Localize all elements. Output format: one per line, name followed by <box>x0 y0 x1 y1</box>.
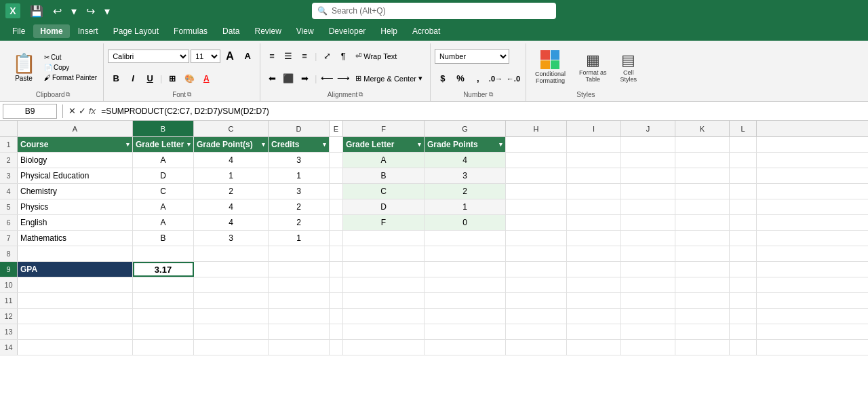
cell-l4[interactable] <box>730 184 757 199</box>
cell-k2[interactable] <box>675 153 730 168</box>
cell-h6[interactable] <box>506 215 567 230</box>
font-size-selector[interactable]: 11 <box>191 50 220 63</box>
col-header-d[interactable]: D <box>269 121 330 136</box>
comma-button[interactable]: , <box>470 71 486 86</box>
cell-j8[interactable] <box>621 246 675 261</box>
cell-i3[interactable] <box>567 168 621 183</box>
cell-d6[interactable]: 2 <box>269 215 330 230</box>
row-num-2[interactable]: 2 <box>0 153 18 168</box>
cell-d9[interactable] <box>269 262 330 277</box>
cell-l9[interactable] <box>730 262 757 277</box>
menu-item-help[interactable]: Help <box>374 24 404 38</box>
cell-b3[interactable]: D <box>133 168 194 183</box>
cell-k8[interactable] <box>675 246 730 261</box>
align-top-center[interactable]: ☰ <box>281 50 296 63</box>
cell-l8[interactable] <box>730 246 757 261</box>
cell-c4[interactable]: 2 <box>194 184 269 199</box>
cell-g1[interactable]: Grade Points ▾ <box>425 137 506 152</box>
cell-l7[interactable] <box>730 231 757 246</box>
cell-k6[interactable] <box>675 215 730 230</box>
wrap-text-button[interactable]: ⏎ Wrap Text <box>352 50 400 62</box>
cell-b1[interactable]: Grade Letter ▾ <box>133 137 194 152</box>
cell-g9[interactable] <box>425 262 506 277</box>
menu-item-developer[interactable]: Developer <box>322 24 373 38</box>
col-header-f[interactable]: F <box>343 121 425 136</box>
undo-dropdown[interactable]: ▾ <box>68 3 79 19</box>
copy-button[interactable]: 📄Copy <box>42 63 99 72</box>
cell-i6[interactable] <box>567 215 621 230</box>
cell-b7[interactable]: B <box>133 231 194 246</box>
dropdown-arrow-f1[interactable]: ▾ <box>418 141 421 148</box>
cell-c7[interactable]: 3 <box>194 231 269 246</box>
decrease-indent[interactable]: ⟵ <box>319 72 334 85</box>
cell-i4[interactable] <box>567 184 621 199</box>
cell-h1[interactable] <box>506 137 567 152</box>
cut-button[interactable]: ✂Cut <box>42 53 99 62</box>
indent-button[interactable]: ¶ <box>336 50 351 63</box>
menu-item-home[interactable]: Home <box>33 24 69 38</box>
decrease-decimal[interactable]: ←.0 <box>505 71 521 86</box>
cell-i7[interactable] <box>567 231 621 246</box>
cell-c6[interactable]: 4 <box>194 215 269 230</box>
cell-g8[interactable] <box>425 246 506 261</box>
cell-a6[interactable]: English <box>18 215 133 230</box>
dropdown-arrow-c1[interactable]: ▾ <box>262 141 265 148</box>
formula-input[interactable] <box>98 104 865 119</box>
cell-b4[interactable]: C <box>133 184 194 199</box>
merge-center-button[interactable]: ⊞ Merge & Center ▾ <box>352 72 426 85</box>
cell-f4[interactable]: C <box>343 184 425 199</box>
cell-e6[interactable] <box>330 215 343 230</box>
cell-e4[interactable] <box>330 184 343 199</box>
row-num-8[interactable]: 8 <box>0 246 18 261</box>
cell-i9[interactable] <box>567 262 621 277</box>
menu-item-file[interactable]: File <box>5 24 32 38</box>
row-num-13[interactable]: 13 <box>0 324 18 339</box>
col-header-b[interactable]: B <box>133 121 194 136</box>
cell-reference-input[interactable] <box>3 104 57 119</box>
cell-h9[interactable] <box>506 262 567 277</box>
cell-styles-button[interactable]: ▤ CellStyles <box>615 45 642 90</box>
cell-a8[interactable] <box>18 246 133 261</box>
col-header-l[interactable]: L <box>730 121 757 136</box>
menu-item-acrobat[interactable]: Acrobat <box>406 24 447 38</box>
cell-i1[interactable] <box>567 137 621 152</box>
cell-f7[interactable] <box>343 231 425 246</box>
cell-b8[interactable] <box>133 246 194 261</box>
cell-e7[interactable] <box>330 231 343 246</box>
cell-k3[interactable] <box>675 168 730 183</box>
row-num-7[interactable]: 7 <box>0 231 18 246</box>
cell-a1[interactable]: Course ▾ <box>18 137 133 152</box>
format-as-table-button[interactable]: ▦ Format asTable <box>574 45 612 90</box>
cell-i5[interactable] <box>567 199 621 214</box>
dropdown-arrow-d1[interactable]: ▾ <box>323 141 326 148</box>
cell-d7[interactable]: 1 <box>269 231 330 246</box>
cancel-icon[interactable]: ✕ <box>68 106 76 116</box>
col-header-j[interactable]: J <box>621 121 675 136</box>
col-header-c[interactable]: C <box>194 121 269 136</box>
currency-button[interactable]: $ <box>435 71 451 86</box>
cell-c5[interactable]: 4 <box>194 199 269 214</box>
shrink-font-button[interactable]: A <box>239 49 256 64</box>
cell-f8[interactable] <box>343 246 425 261</box>
col-header-a[interactable]: A <box>18 121 133 136</box>
col-header-e[interactable]: E <box>330 121 343 136</box>
cell-a7[interactable]: Mathematics <box>18 231 133 246</box>
row-num-1[interactable]: 1 <box>0 137 18 152</box>
undo-button[interactable]: ↩ <box>50 3 64 19</box>
col-header-g[interactable]: G <box>425 121 506 136</box>
menu-item-review[interactable]: Review <box>248 24 288 38</box>
font-selector[interactable]: Calibri <box>108 50 189 63</box>
cell-b2[interactable]: A <box>133 153 194 168</box>
paste-button[interactable]: 📋 Paste <box>7 45 41 90</box>
save-button[interactable]: 💾 <box>27 3 46 19</box>
cell-g7[interactable] <box>425 231 506 246</box>
cell-a9[interactable]: GPA <box>18 262 133 277</box>
increase-decimal[interactable]: .0→ <box>488 71 504 86</box>
menu-item-data[interactable]: Data <box>216 24 246 38</box>
cell-g6[interactable]: 0 <box>425 215 506 230</box>
menu-item-formulas[interactable]: Formulas <box>167 24 214 38</box>
cell-d2[interactable]: 3 <box>269 153 330 168</box>
cell-h8[interactable] <box>506 246 567 261</box>
cell-b9[interactable]: 3.17 <box>133 262 194 277</box>
cell-c2[interactable]: 4 <box>194 153 269 168</box>
